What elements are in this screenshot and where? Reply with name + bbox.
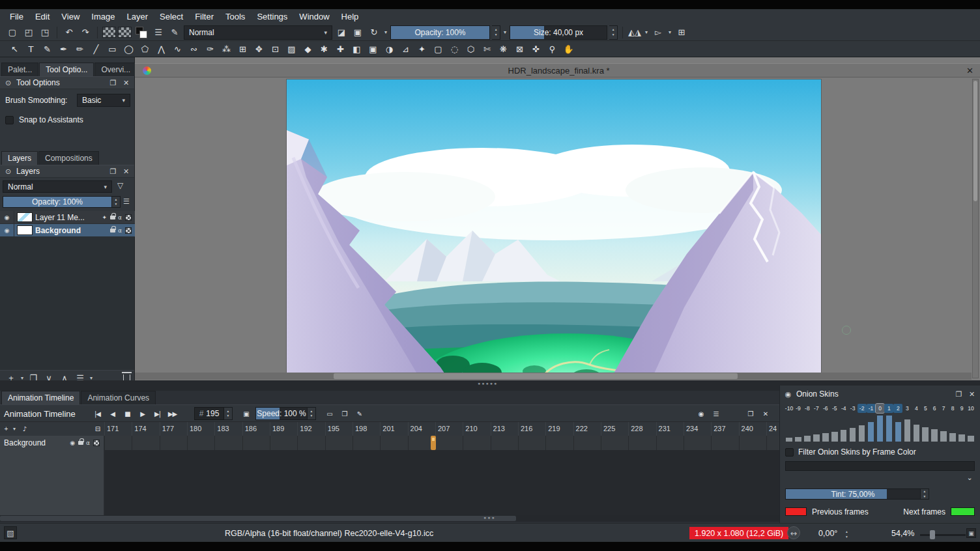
new-image-icon[interactable]: ▢ bbox=[5, 25, 20, 40]
blend-mode-select[interactable]: Normal ▾ bbox=[184, 25, 332, 40]
go-last-frame-button[interactable]: ▶▶ bbox=[165, 406, 180, 421]
tint-slider[interactable]: Tint: 75,00% bbox=[785, 488, 921, 500]
onion-skins-toggle-icon[interactable]: ◉ bbox=[693, 406, 708, 421]
frame-number[interactable]: 213 bbox=[491, 422, 518, 436]
offset-toggle[interactable]: -4 bbox=[839, 404, 848, 413]
offset-toggle[interactable]: -5 bbox=[830, 404, 839, 413]
frame-number-current[interactable]: 195 bbox=[325, 422, 353, 436]
layer-options-menu-icon[interactable]: ☰ bbox=[123, 197, 130, 206]
tool-rect-select-icon[interactable]: ▢ bbox=[430, 42, 446, 57]
offset-toggle[interactable]: -9 bbox=[794, 404, 803, 413]
brush-smoothing-select[interactable]: Basic ▾ bbox=[77, 94, 130, 107]
opacity-bar[interactable] bbox=[877, 416, 884, 442]
frame-number[interactable]: 240 bbox=[739, 422, 766, 436]
float-panel-icon[interactable]: ❐ bbox=[108, 79, 118, 87]
frame-number[interactable]: 174 bbox=[132, 422, 159, 436]
tab-animation-timeline[interactable]: Animation Timeline bbox=[1, 391, 80, 404]
close-panel-icon[interactable]: ✕ bbox=[121, 167, 131, 176]
layer-row-background[interactable]: ◉ Background α bbox=[0, 224, 135, 237]
inherit-alpha-icon[interactable] bbox=[125, 227, 132, 234]
tool-pan-icon[interactable]: ✋ bbox=[560, 42, 577, 57]
menu-settings[interactable]: Settings bbox=[251, 10, 293, 23]
frame-number[interactable]: 234 bbox=[684, 422, 711, 436]
menu-edit[interactable]: Edit bbox=[29, 10, 55, 23]
brush-editor-icon[interactable]: ✎ bbox=[167, 25, 182, 40]
scrollbar-thumb[interactable] bbox=[0, 516, 516, 521]
frame-number[interactable]: 207 bbox=[435, 422, 463, 436]
tool-gradient-icon[interactable]: ▨ bbox=[283, 42, 300, 57]
tint-spinner[interactable]: ▴▾ bbox=[921, 488, 929, 500]
open-image-icon[interactable]: ◰ bbox=[22, 25, 36, 40]
offset-toggle[interactable]: 1 bbox=[884, 404, 893, 413]
tool-pattern-edit-icon[interactable]: ✱ bbox=[316, 42, 332, 57]
frame-number[interactable]: 180 bbox=[187, 422, 214, 436]
tool-colorize-mask-icon[interactable]: ◑ bbox=[381, 42, 397, 57]
playback-speed-slider[interactable]: Speed: 100 % bbox=[255, 407, 308, 420]
tool-move-icon[interactable]: ✥ bbox=[251, 42, 267, 57]
frame-number[interactable]: 219 bbox=[545, 422, 573, 436]
menu-select[interactable]: Select bbox=[154, 10, 189, 23]
scrollbar-thumb[interactable] bbox=[334, 373, 738, 379]
tool-fill-icon[interactable]: ◧ bbox=[349, 42, 365, 57]
menu-view[interactable]: View bbox=[55, 10, 85, 23]
eye-icon[interactable]: ◉ bbox=[70, 440, 75, 446]
current-frame-spinbox[interactable]: #195 bbox=[194, 407, 224, 420]
chevron-down-icon[interactable]: ▾ bbox=[384, 29, 387, 35]
layer-filter-icon[interactable]: ▽ bbox=[117, 181, 123, 190]
tool-dynamic-brush-icon[interactable]: ✑ bbox=[202, 42, 218, 57]
offset-toggle[interactable]: 7 bbox=[939, 404, 948, 413]
tool-text-icon[interactable]: T bbox=[23, 42, 39, 57]
redo-icon[interactable]: ↷ bbox=[78, 25, 93, 40]
pattern-chooser[interactable] bbox=[118, 27, 132, 38]
offset-toggle[interactable]: 10 bbox=[966, 404, 975, 413]
opacity-bar[interactable] bbox=[914, 425, 920, 442]
speed-spinner[interactable]: ▴▾ bbox=[308, 407, 316, 420]
float-panel-icon[interactable]: ❐ bbox=[743, 406, 758, 421]
offset-toggle[interactable]: -1 bbox=[867, 404, 876, 413]
tool-freehand-select-icon[interactable]: ✄ bbox=[479, 42, 495, 57]
tab-animation-curves[interactable]: Animation Curves bbox=[81, 391, 156, 404]
tool-smart-patch-icon[interactable]: ✚ bbox=[332, 42, 349, 57]
offset-toggle[interactable]: 2 bbox=[893, 404, 902, 413]
opacity-bar[interactable] bbox=[831, 432, 838, 442]
opacity-bar[interactable] bbox=[904, 419, 911, 442]
frame-number[interactable]: 189 bbox=[270, 422, 297, 436]
frame-number[interactable]: 192 bbox=[297, 422, 324, 436]
tool-crop-icon[interactable]: ⊡ bbox=[267, 42, 283, 57]
frame-number[interactable]: 222 bbox=[573, 422, 601, 436]
opacity-bar[interactable] bbox=[813, 434, 820, 442]
opacity-spinner[interactable]: ▴▾ bbox=[492, 25, 500, 40]
tool-freehand-brush-icon[interactable]: ✏ bbox=[72, 42, 88, 57]
tab-compositions[interactable]: Compositions bbox=[38, 151, 99, 165]
layer-thumbnail[interactable] bbox=[17, 212, 33, 222]
save-icon[interactable]: ◳ bbox=[38, 25, 52, 40]
offset-toggle[interactable]: 3 bbox=[902, 404, 912, 413]
brush-size-spinner[interactable]: ▴▾ bbox=[609, 25, 618, 40]
zoom-timeline-icon[interactable]: ⊟ bbox=[90, 422, 105, 436]
tool-bezier-curve-icon[interactable]: ∿ bbox=[169, 42, 186, 57]
tool-line-icon[interactable]: ╱ bbox=[88, 42, 104, 57]
menu-tools[interactable]: Tools bbox=[220, 10, 251, 23]
tool-rectangle-icon[interactable]: ▭ bbox=[104, 42, 121, 57]
offset-toggle[interactable]: 8 bbox=[948, 404, 957, 413]
frame-number[interactable]: 237 bbox=[711, 422, 738, 436]
scrollbar-thumb[interactable] bbox=[973, 81, 977, 201]
reset-rotation-button[interactable]: ↔ bbox=[787, 526, 800, 539]
collapse-chevron-icon[interactable]: ⌄ bbox=[963, 473, 976, 483]
brush-size-slider[interactable]: Size: 40,00 px bbox=[510, 25, 607, 40]
frame-number[interactable]: 183 bbox=[214, 422, 242, 436]
timeline-horizontal-scrollbar[interactable]: ●●● bbox=[0, 515, 779, 522]
canvas-horizontal-scrollbar[interactable] bbox=[135, 373, 972, 380]
tool-freehand-path-icon[interactable]: ∾ bbox=[186, 42, 202, 57]
rotation-spinner[interactable]: ▴▾ bbox=[846, 530, 848, 539]
offset-toggle[interactable]: -7 bbox=[812, 404, 821, 413]
menu-filter[interactable]: Filter bbox=[189, 10, 220, 23]
menu-image[interactable]: Image bbox=[85, 10, 121, 23]
timeline-track-cells[interactable] bbox=[104, 436, 779, 450]
layer-opacity-spinner[interactable]: ▴▾ bbox=[112, 196, 121, 208]
opacity-bar[interactable] bbox=[868, 422, 874, 442]
opacity-bar[interactable] bbox=[850, 428, 856, 442]
canvas-painting[interactable] bbox=[287, 79, 821, 379]
tool-measure-icon[interactable]: ⊿ bbox=[397, 42, 414, 57]
frame-number[interactable]: 231 bbox=[656, 422, 684, 436]
